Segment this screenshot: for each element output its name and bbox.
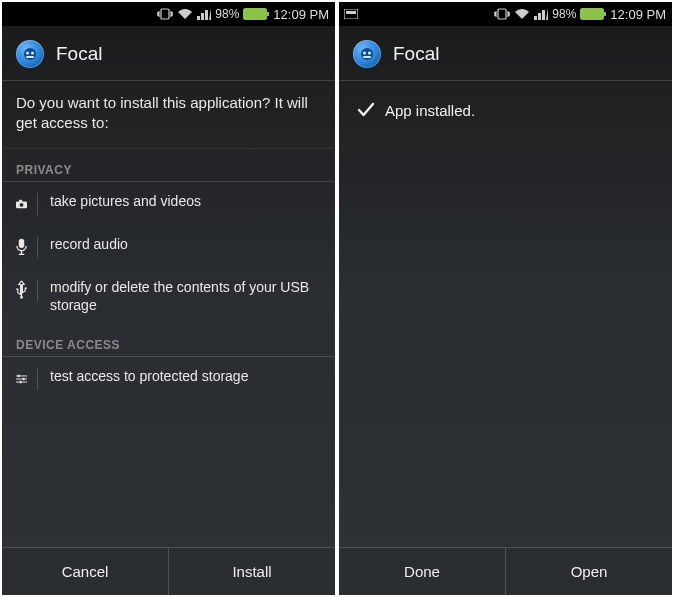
- section-privacy: PRIVACY: [2, 149, 335, 182]
- svg-rect-10: [18, 375, 20, 377]
- microphone-icon: [16, 236, 38, 258]
- button-bar: Cancel Install: [2, 547, 335, 595]
- svg-point-3: [31, 51, 34, 54]
- app-header: Focal: [339, 26, 672, 81]
- battery-percent: 98%: [552, 7, 576, 21]
- svg-rect-0: [161, 9, 169, 19]
- status-bar: 98% 12:09 PM: [339, 2, 672, 26]
- svg-rect-15: [498, 9, 506, 19]
- section-device-access: DEVICE ACCESS: [2, 324, 335, 357]
- svg-rect-4: [26, 56, 34, 58]
- install-permissions-screen: 98% 12:09 PM Focal Do you want to instal…: [2, 2, 335, 595]
- usb-icon: [16, 279, 38, 301]
- installed-row: App installed.: [339, 81, 672, 139]
- svg-point-9: [20, 295, 23, 298]
- battery-icon: [243, 8, 267, 20]
- signal-icon: [197, 8, 211, 20]
- status-bar: 98% 12:09 PM: [2, 2, 335, 26]
- wifi-icon: [514, 8, 530, 20]
- battery-icon: [580, 8, 604, 20]
- app-header: Focal: [2, 26, 335, 81]
- open-button[interactable]: Open: [505, 548, 672, 595]
- install-complete-screen: 98% 12:09 PM Focal App installed. Done O…: [339, 2, 672, 595]
- app-icon: [16, 40, 44, 68]
- svg-rect-8: [19, 238, 25, 247]
- notification-icon: [343, 8, 359, 20]
- svg-point-7: [20, 202, 24, 206]
- svg-rect-6: [19, 199, 22, 201]
- permission-text: test access to protected storage: [48, 367, 248, 385]
- cancel-button[interactable]: Cancel: [2, 548, 168, 595]
- svg-point-16: [361, 48, 373, 60]
- wifi-icon: [177, 8, 193, 20]
- permission-item: test access to protected storage: [2, 357, 335, 400]
- clock: 12:09 PM: [273, 7, 329, 22]
- svg-rect-11: [23, 378, 25, 380]
- app-icon: [353, 40, 381, 68]
- permission-text: take pictures and videos: [48, 192, 201, 210]
- svg-rect-19: [363, 56, 371, 58]
- svg-point-2: [26, 51, 29, 54]
- app-title: Focal: [393, 43, 439, 65]
- svg-rect-12: [20, 381, 22, 383]
- svg-point-18: [368, 51, 371, 54]
- permission-text: modify or delete the contents of your US…: [48, 278, 321, 314]
- permission-item: take pictures and videos: [2, 182, 335, 225]
- permission-text: record audio: [48, 235, 128, 253]
- svg-point-17: [363, 51, 366, 54]
- done-button[interactable]: Done: [339, 548, 505, 595]
- button-bar: Done Open: [339, 547, 672, 595]
- svg-rect-14: [346, 11, 356, 14]
- svg-point-1: [24, 48, 36, 60]
- camera-icon: [16, 193, 38, 215]
- install-prompt: Do you want to install this application?…: [2, 81, 335, 149]
- install-button[interactable]: Install: [168, 548, 335, 595]
- app-title: Focal: [56, 43, 102, 65]
- vibrate-icon: [157, 8, 173, 20]
- sliders-icon: [16, 368, 38, 390]
- installed-text: App installed.: [385, 102, 475, 119]
- permission-item: record audio: [2, 225, 335, 268]
- check-icon: [357, 101, 375, 119]
- vibrate-icon: [494, 8, 510, 20]
- battery-percent: 98%: [215, 7, 239, 21]
- permissions-content: PRIVACY take pictures and videos record …: [2, 149, 335, 548]
- installed-content: App installed.: [339, 81, 672, 547]
- clock: 12:09 PM: [610, 7, 666, 22]
- signal-icon: [534, 8, 548, 20]
- permission-item: modify or delete the contents of your US…: [2, 268, 335, 324]
